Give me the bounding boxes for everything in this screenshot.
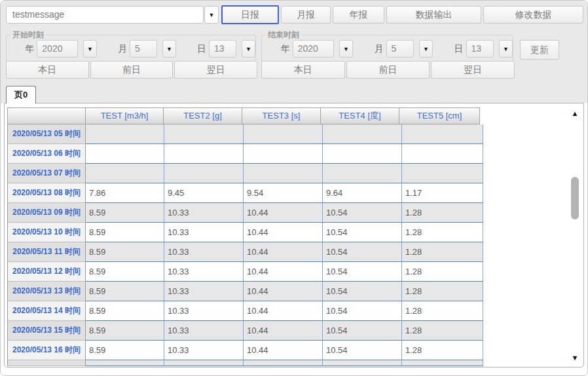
- table-cell: 10.54: [323, 262, 402, 282]
- table-cell: 10.44: [244, 341, 323, 360]
- start-day-select[interactable]: 13: [209, 40, 236, 58]
- table-header-row: TEST [m3/h]TEST2 [g]TEST3 [s]TEST4 [度]TE…: [7, 107, 480, 124]
- table-cell: [164, 144, 244, 164]
- table-cell: 9.45: [164, 183, 244, 203]
- column-header[interactable]: TEST2 [g]: [163, 107, 242, 124]
- modify-data-button[interactable]: 修改数据: [483, 6, 583, 24]
- start-date-selects: 年 2020 ▼ 月 5 ▼ 日 13 ▼: [7, 40, 255, 58]
- table-cell: [402, 124, 483, 144]
- chevron-down-icon: ▼: [209, 12, 215, 18]
- table-cell: 8.59: [86, 341, 164, 360]
- table-cell: 10.44: [244, 262, 323, 282]
- end-month-select[interactable]: 5: [386, 40, 414, 58]
- table-cell: 9.54: [244, 183, 323, 203]
- row-header-cell: 2020/05/13 08 时间: [7, 183, 86, 203]
- table-cell: 10.33: [164, 262, 244, 282]
- end-day-dropdown-button[interactable]: ▼: [499, 40, 513, 58]
- combobox-dropdown-button[interactable]: ▼: [204, 6, 219, 24]
- column-header[interactable]: TEST5 [cm]: [399, 107, 480, 124]
- update-button[interactable]: 更新: [520, 40, 559, 60]
- end-prev-day-button[interactable]: 前日: [346, 61, 430, 79]
- start-day-label: 日: [197, 43, 206, 55]
- table-cell: 10.54: [323, 321, 402, 341]
- start-month-label: 月: [118, 43, 127, 55]
- chevron-down-icon: ▼: [246, 46, 251, 52]
- table-row: 2020/05/13 08 时间7.869.459.549.641.17: [7, 183, 486, 203]
- column-header[interactable]: TEST [m3/h]: [85, 107, 164, 124]
- table-cell: 10.54: [323, 341, 402, 360]
- start-year-select[interactable]: 2020: [37, 40, 78, 58]
- table-cell: 1.28: [402, 301, 483, 321]
- daily-report-button[interactable]: 日报: [221, 5, 279, 24]
- data-output-button[interactable]: 数据输出: [386, 6, 481, 24]
- table-cell: 1.28: [402, 262, 483, 282]
- scrollbar-thumb[interactable]: [571, 177, 579, 219]
- table-cell: 10.33: [164, 242, 244, 262]
- row-header-cell: 2020/05/13 14 时间: [7, 301, 86, 321]
- chevron-down-icon: ▼: [423, 46, 429, 52]
- table-cell: 1.28: [402, 321, 483, 341]
- table-cell: 8.59: [86, 262, 164, 282]
- start-day-dropdown-button[interactable]: ▼: [242, 40, 255, 58]
- end-next-day-button[interactable]: 翌日: [431, 61, 515, 79]
- monthly-report-button[interactable]: 月报: [281, 6, 331, 24]
- table-cell: [244, 124, 323, 144]
- end-year-select[interactable]: 2020: [293, 40, 334, 58]
- table-cell: 10.54: [323, 223, 402, 242]
- table-cell: [86, 164, 164, 183]
- table-cell: 10.44: [244, 301, 323, 321]
- data-table: 2020/05/13 05 时间2020/05/13 06 时间2020/05/…: [7, 124, 486, 367]
- table-cell: 1.17: [402, 183, 483, 203]
- start-time-legend: 开始时刻: [10, 29, 46, 41]
- table-cell: 10.54: [323, 242, 402, 262]
- table-cell: 10.33: [164, 203, 244, 223]
- start-month-select[interactable]: 5: [130, 40, 157, 58]
- end-year-dropdown-button[interactable]: ▼: [339, 40, 353, 58]
- table-row: 2020/05/13 09 时间8.5910.3310.4410.541.28: [7, 203, 486, 223]
- table-row-partial: [7, 360, 486, 366]
- table-row: 2020/05/13 16 时间8.5910.3310.4410.541.28: [7, 341, 486, 360]
- scroll-up-button[interactable]: ▲: [569, 108, 581, 119]
- tab-page0[interactable]: 页0: [6, 86, 36, 103]
- table-cell: 10.33: [164, 223, 244, 242]
- column-header[interactable]: TEST4 [度]: [320, 107, 399, 124]
- table-cell: 8.59: [86, 301, 164, 321]
- corner-header-cell[interactable]: [7, 107, 86, 124]
- table-panel: TEST [m3/h]TEST2 [g]TEST3 [s]TEST4 [度]TE…: [4, 103, 584, 367]
- message-combobox[interactable]: testmessage: [6, 6, 204, 24]
- end-month-dropdown-button[interactable]: ▼: [419, 40, 433, 58]
- end-today-button[interactable]: 本日: [261, 61, 345, 79]
- chevron-down-icon: ▼: [503, 46, 509, 52]
- scroll-down-button[interactable]: ▼: [569, 352, 581, 363]
- start-next-day-button[interactable]: 翌日: [174, 61, 257, 79]
- table-cell: 10.44: [244, 242, 323, 262]
- start-prev-day-button[interactable]: 前日: [90, 61, 174, 79]
- table-cell: 7.86: [86, 183, 164, 203]
- yearly-report-button[interactable]: 年报: [333, 6, 384, 24]
- start-year-dropdown-button[interactable]: ▼: [83, 40, 97, 58]
- row-header-cell: 2020/05/13 16 时间: [7, 341, 86, 360]
- table-cell: 8.59: [86, 242, 164, 262]
- row-header-cell: 2020/05/13 13 时间: [7, 282, 86, 301]
- table-cell: [323, 144, 402, 164]
- row-header-cell: 2020/05/13 09 时间: [7, 203, 86, 223]
- toolbar: testmessage ▼ 日报 月报 年报 数据输出 修改数据 开始时刻 年 …: [1, 1, 587, 103]
- end-day-select[interactable]: 13: [466, 40, 494, 58]
- end-month-label: 月: [375, 43, 384, 55]
- table-cell: 1.28: [402, 203, 483, 223]
- start-today-button[interactable]: 本日: [6, 61, 89, 79]
- column-header[interactable]: TEST3 [s]: [242, 107, 321, 124]
- row-header-cell: 2020/05/13 07 时间: [7, 164, 86, 183]
- table-row: 2020/05/13 13 时间8.5910.3310.4410.541.28: [7, 282, 486, 301]
- chevron-down-icon: ▼: [166, 46, 172, 52]
- table-cell: 10.44: [244, 223, 323, 242]
- table-row: 2020/05/13 06 时间: [7, 144, 486, 164]
- table-cell: [244, 164, 323, 183]
- table-cell: 8.59: [86, 321, 164, 341]
- row-header-cell: 2020/05/13 11 时间: [7, 242, 86, 262]
- start-month-dropdown-button[interactable]: ▼: [162, 40, 176, 58]
- table-row: 2020/05/13 11 时间8.5910.3310.4410.541.28: [7, 242, 486, 262]
- table-row: 2020/05/13 12 时间8.5910.3310.4410.541.28: [7, 262, 486, 282]
- table-cell: [164, 124, 244, 144]
- table-cell: 1.28: [402, 242, 483, 262]
